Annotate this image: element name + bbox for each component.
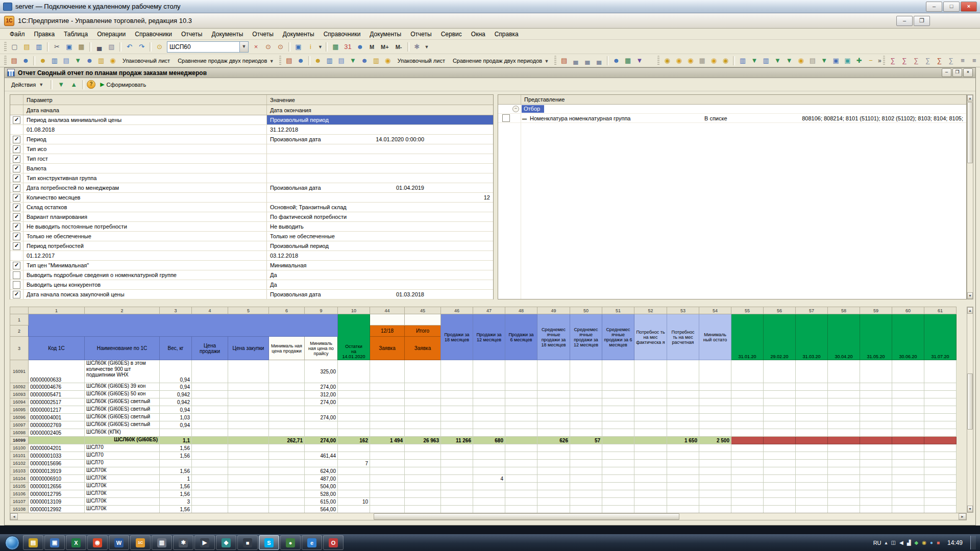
cell-name[interactable]: ШСЛ60К (GI60ES) светлый (85, 421, 160, 429)
cell-value[interactable] (473, 460, 505, 467)
checkbox[interactable]: ✓ (13, 291, 20, 298)
coins-icon[interactable]: ◉ (382, 55, 394, 66)
checkbox[interactable]: ✓ (13, 116, 20, 124)
cell-value[interactable] (602, 444, 634, 452)
cell-name[interactable]: ШСЛ70К (85, 490, 160, 498)
cell-value[interactable] (537, 383, 570, 391)
cell-code[interactable]: 00000001033 (29, 452, 85, 460)
parameter-checkbox-cell[interactable]: ✓ (10, 135, 23, 144)
header-empty[interactable] (405, 314, 441, 325)
cell-value[interactable] (473, 444, 505, 452)
header-date[interactable]: 29.02.20 (764, 314, 796, 360)
toolbar-drag-handle[interactable] (279, 56, 282, 66)
report-book-icon[interactable]: ▤ (283, 55, 295, 66)
cell-plan[interactable] (924, 490, 957, 498)
cell-value[interactable] (228, 498, 269, 506)
parameter-value[interactable] (267, 144, 493, 154)
cell-value[interactable] (505, 421, 537, 429)
info-icon[interactable]: i (305, 41, 316, 53)
parameter-value[interactable]: Минимальная (267, 261, 493, 270)
cell-value[interactable] (405, 383, 441, 391)
cell-code[interactable]: 00000002769 (29, 421, 85, 429)
parameter-row[interactable]: ✓Склад остатковОсновной; Транзитный скла… (10, 203, 493, 212)
cell-value[interactable] (667, 383, 699, 391)
header-min-list-price[interactable]: Минималь ная цена по прайсу (305, 337, 338, 360)
cell-value[interactable]: 624,00 (305, 467, 338, 475)
counterparties-icon[interactable]: ☻ (20, 55, 32, 66)
cell-plan[interactable] (892, 406, 924, 414)
list-report-icon[interactable]: ≡ (969, 55, 980, 66)
cell-value[interactable] (441, 498, 473, 506)
cell-plan[interactable] (924, 414, 957, 421)
cell-plan[interactable] (796, 460, 828, 467)
cell-value[interactable] (370, 452, 405, 460)
header-order[interactable]: Заявка (405, 337, 441, 360)
parameter-checkbox-cell[interactable]: ✓ (10, 144, 23, 154)
checkbox[interactable]: ✓ (13, 155, 20, 163)
cell-value[interactable] (699, 475, 731, 483)
cell-value[interactable] (192, 421, 228, 429)
cell-value[interactable] (192, 398, 228, 406)
cell-plan[interactable] (764, 467, 796, 475)
print-form-icon[interactable]: ▄ (594, 55, 605, 66)
alert-icon[interactable]: ■ (937, 540, 940, 545)
scroll-down-icon[interactable]: ▼ (967, 506, 973, 512)
cell-value[interactable] (473, 406, 505, 414)
cell-plan[interactable] (731, 398, 764, 406)
row-number-header[interactable]: 16105 (10, 483, 29, 490)
compare-sales-button[interactable]: Сравнение продаж двух периодов ▼ (449, 56, 554, 65)
cell-value[interactable] (602, 460, 634, 467)
header-average-sales[interactable]: Среднемес ячные продажи за 18 месяцев (537, 314, 570, 360)
menu-item[interactable]: Таблица (59, 30, 92, 39)
cell-plan[interactable] (731, 437, 764, 444)
cell-value[interactable] (441, 444, 473, 452)
counterparties-icon[interactable]: ☻ (610, 55, 622, 66)
customer-order-icon[interactable]: ☻ (312, 55, 324, 66)
cell-value[interactable] (602, 414, 634, 421)
header-sales[interactable]: Продажи за 18 месяцев (441, 314, 473, 360)
row-number-header[interactable]: 16101 (10, 452, 29, 460)
cell-value[interactable] (505, 437, 537, 444)
grid-vertical-scrollbar[interactable]: ▲ ▼ (967, 307, 973, 513)
row-number-header[interactable]: 16102 (10, 460, 29, 467)
cell-value[interactable] (602, 360, 634, 383)
grid-horizontal-scrollbar[interactable]: ◄ ► (10, 513, 967, 520)
cell-plan[interactable] (860, 406, 892, 414)
cell-value[interactable] (634, 360, 667, 383)
parameter-name[interactable]: Дата потребностей по менеджерам (23, 183, 267, 192)
cell-value[interactable] (405, 429, 441, 437)
find-icon[interactable]: ⊙ (154, 41, 165, 53)
cell-value[interactable] (537, 398, 570, 406)
row-number-header[interactable]: 16097 (10, 421, 29, 429)
sales-invoice-icon[interactable]: ▥ (324, 55, 335, 66)
cell-plan[interactable] (892, 490, 924, 498)
row-number-header[interactable]: 16099 (10, 437, 29, 444)
cell-value[interactable] (537, 460, 570, 467)
cell-value[interactable]: 680 (473, 437, 505, 444)
cell-code[interactable]: 00000001217 (29, 406, 85, 414)
cell-plan[interactable] (860, 398, 892, 406)
cell-plan[interactable] (892, 360, 924, 383)
list-report-icon[interactable]: ≡ (957, 55, 968, 66)
parameter-name[interactable]: Количество месяцев (23, 193, 267, 202)
cell-plan[interactable] (828, 475, 860, 483)
cell-value[interactable] (370, 429, 405, 437)
cell-value[interactable] (405, 490, 441, 498)
cell-value[interactable]: 564,00 (305, 506, 338, 513)
cell-value[interactable] (602, 506, 634, 513)
cell-value[interactable] (667, 475, 699, 483)
parameter-row[interactable]: ✓Тип гост (10, 154, 493, 164)
cell-plan[interactable] (796, 406, 828, 414)
cell-plan[interactable] (796, 414, 828, 421)
cell-plan[interactable] (764, 414, 796, 421)
customer-order-icon[interactable]: ☻ (37, 55, 48, 66)
cell-value[interactable] (269, 383, 305, 391)
cell-value[interactable] (269, 414, 305, 421)
cell-value[interactable] (192, 498, 228, 506)
parameter-value[interactable] (267, 154, 493, 163)
menu-item[interactable]: Операции (92, 30, 130, 39)
cell-value[interactable] (699, 429, 731, 437)
cell-value[interactable]: 4 (473, 475, 505, 483)
toolbar-drag-handle[interactable] (4, 56, 7, 66)
cell-value[interactable] (667, 490, 699, 498)
